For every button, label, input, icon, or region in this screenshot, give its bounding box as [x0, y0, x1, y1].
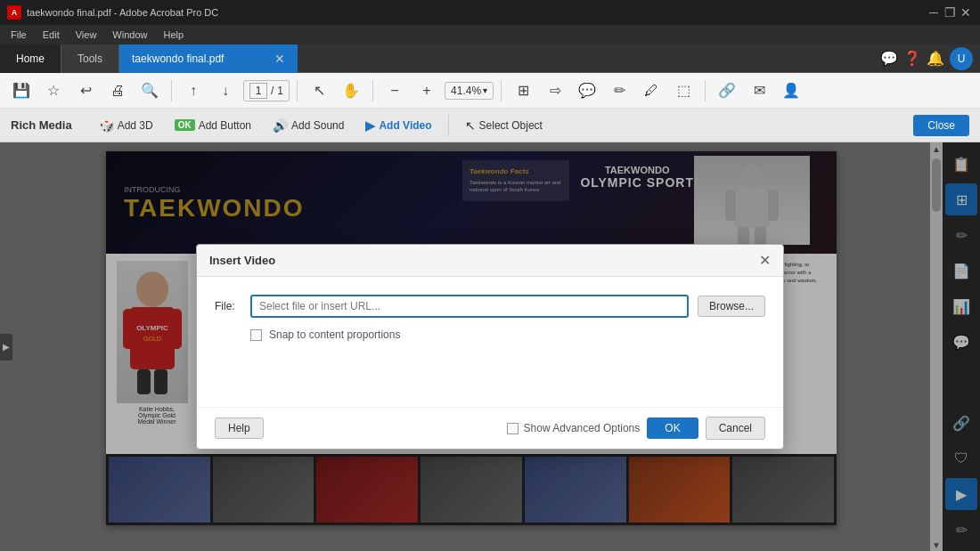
advanced-checkbox[interactable]	[507, 423, 519, 434]
add-sound-button[interactable]: 🔊 Add Sound	[264, 115, 353, 136]
tab-bar-actions: 💬 ❓ 🔔 U	[880, 47, 980, 70]
zoom-dropdown-icon[interactable]: ▾	[483, 85, 487, 95]
minimize-icon[interactable]: ─	[927, 5, 941, 20]
zoom-box[interactable]: 41.4% ▾	[445, 82, 494, 100]
menu-view[interactable]: View	[69, 28, 104, 42]
save-button[interactable]: 💾	[7, 77, 36, 105]
ok-button[interactable]: OK	[647, 417, 698, 439]
share-button[interactable]: ⇨	[541, 77, 569, 105]
cursor-tool-button[interactable]: ↖	[305, 77, 333, 105]
add-video-label: Add Video	[379, 119, 431, 132]
page-sep: /	[271, 85, 274, 97]
title-bar-text: taekwondo final.pdf - Adobe Acrobat Pro …	[27, 7, 218, 18]
back-button[interactable]: ↩	[71, 77, 100, 105]
separator-3	[372, 80, 373, 101]
markup-button[interactable]: 🖊	[637, 77, 666, 105]
help-button[interactable]: Help	[215, 417, 264, 439]
avatar[interactable]: U	[950, 47, 973, 70]
modal-footer: Help Show Advanced Options OK Cancel	[197, 407, 783, 449]
zoom-in-button[interactable]: +	[412, 77, 441, 105]
tab-tools-label: Tools	[78, 53, 102, 65]
show-advanced-label: Show Advanced Options	[524, 422, 641, 434]
select-object-icon: ↖	[465, 118, 476, 133]
pan-tool-button[interactable]: ✋	[337, 77, 365, 105]
bookmark-button[interactable]: ☆	[39, 77, 68, 105]
separator-1	[171, 80, 172, 101]
user-button[interactable]: 👤	[777, 77, 805, 105]
show-advanced-row: Show Advanced Options	[507, 422, 641, 434]
add-3d-label: Add 3D	[118, 119, 153, 132]
add-video-button[interactable]: ▶ Add Video	[356, 115, 440, 136]
add-button-button[interactable]: OK Add Button	[166, 116, 260, 135]
add-sound-label: Add Sound	[291, 119, 344, 132]
add-sound-icon: 🔊	[273, 118, 288, 133]
modal-overlay: Insert Video ✕ File: Browse... Snap to c…	[0, 142, 980, 551]
restore-icon[interactable]: ❐	[943, 5, 957, 20]
title-bar-left: A taekwondo final.pdf - Adobe Acrobat Pr…	[7, 5, 218, 20]
select-object-button[interactable]: ↖ Select Object	[456, 115, 551, 136]
prev-page-button[interactable]: ↑	[179, 77, 208, 105]
grid-button[interactable]: ⊞	[509, 77, 537, 105]
rich-media-label: Rich Media	[11, 118, 72, 132]
main-area: ▶ INTRODUCING TAEKWONDO Taekwondo Facts …	[0, 142, 980, 551]
menu-file[interactable]: File	[4, 28, 34, 42]
title-bar-controls[interactable]: ─ ❐ ✕	[927, 5, 973, 20]
erase-button[interactable]: ⬚	[669, 77, 698, 105]
snap-label: Snap to content proportions	[269, 328, 400, 341]
menu-help[interactable]: Help	[156, 28, 191, 42]
file-label: File:	[215, 300, 241, 312]
app-icon: A	[7, 5, 21, 20]
add-button-label: Add Button	[199, 119, 251, 132]
rich-media-bar: Rich Media 🎲 Add 3D OK Add Button 🔊 Add …	[0, 109, 980, 142]
tab-home-label: Home	[16, 53, 45, 65]
select-object-label: Select Object	[479, 119, 543, 132]
browse-button[interactable]: Browse...	[698, 296, 765, 317]
page-current[interactable]: 1	[249, 83, 267, 99]
tab-file-label: taekwondo final.pdf	[132, 53, 269, 65]
add-video-icon: ▶	[365, 118, 375, 133]
zoom-level: 41.4%	[451, 85, 481, 97]
help-circle-icon[interactable]: ❓	[903, 50, 921, 67]
separator-2	[297, 80, 298, 101]
cancel-button[interactable]: Cancel	[706, 417, 765, 440]
page-nav: 1 / 1	[243, 80, 290, 101]
title-bar: A taekwondo final.pdf - Adobe Acrobat Pr…	[0, 0, 980, 25]
separator-5	[705, 80, 706, 101]
email-button[interactable]: ✉	[745, 77, 773, 105]
tab-bar: Home Tools taekwondo final.pdf ✕ 💬 ❓ 🔔 U	[0, 45, 980, 73]
pen-button[interactable]: ✏	[605, 77, 633, 105]
file-row: File: Browse...	[215, 295, 765, 318]
comment-button[interactable]: 💬	[573, 77, 601, 105]
page-total: 1	[277, 85, 283, 97]
modal-close-icon[interactable]: ✕	[759, 252, 771, 269]
tab-tools[interactable]: Tools	[61, 45, 119, 73]
insert-video-modal: Insert Video ✕ File: Browse... Snap to c…	[196, 244, 784, 450]
close-icon[interactable]: ✕	[959, 5, 973, 20]
file-input[interactable]	[250, 295, 689, 318]
tab-file[interactable]: taekwondo final.pdf ✕	[119, 45, 298, 73]
close-button[interactable]: Close	[913, 115, 969, 136]
add-3d-icon: 🎲	[99, 118, 114, 133]
print-button[interactable]: 🖨	[103, 77, 132, 105]
search-button[interactable]: 🔍	[135, 77, 164, 105]
chat-icon[interactable]: 💬	[880, 50, 898, 67]
menu-window[interactable]: Window	[105, 28, 154, 42]
toolbar: 💾 ☆ ↩ 🖨 🔍 ↑ ↓ 1 / 1 ↖ ✋ − + 41.4% ▾ ⊞ ⇨ …	[0, 73, 980, 109]
snap-checkbox[interactable]	[250, 329, 262, 341]
snap-checkbox-row: Snap to content proportions	[250, 328, 765, 341]
menu-edit[interactable]: Edit	[36, 28, 67, 42]
link-button[interactable]: 🔗	[713, 77, 741, 105]
menu-bar: File Edit View Window Help	[0, 25, 980, 45]
modal-title: Insert Video	[209, 254, 275, 267]
add-3d-button[interactable]: 🎲 Add 3D	[90, 115, 162, 136]
add-button-icon: OK	[175, 119, 195, 131]
modal-footer-right: Show Advanced Options OK Cancel	[507, 417, 765, 440]
tab-close-icon[interactable]: ✕	[274, 52, 285, 66]
zoom-out-button[interactable]: −	[380, 77, 409, 105]
rm-separator	[448, 115, 449, 136]
tab-home[interactable]: Home	[0, 45, 61, 73]
modal-title-bar: Insert Video ✕	[197, 245, 783, 277]
next-page-button[interactable]: ↓	[211, 77, 240, 105]
modal-body: File: Browse... Snap to content proporti…	[197, 277, 783, 407]
bell-icon[interactable]: 🔔	[927, 50, 944, 67]
